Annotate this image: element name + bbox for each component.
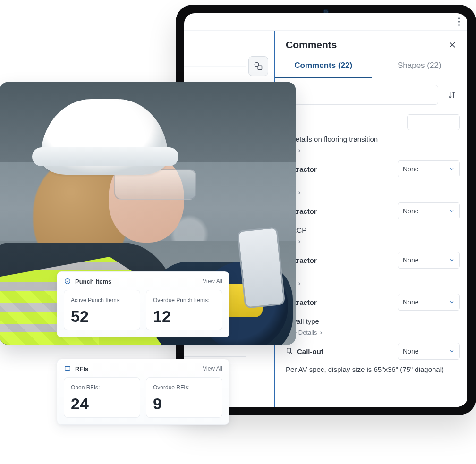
see-details-link[interactable]: ails	[286, 280, 460, 287]
close-icon	[448, 41, 457, 49]
stat-tile[interactable]: Open RFIs: 24	[64, 377, 140, 418]
comment-item[interactable]: ails ontractor None e wall type	[275, 273, 460, 378]
tile-value: 52	[71, 308, 133, 324]
stat-tile[interactable]: Overdue Punch Items: 12	[146, 290, 222, 330]
comment-item[interactable]: e details on flooring transition ails on…	[275, 111, 460, 182]
tile-value: 24	[71, 396, 133, 412]
assignee-select[interactable]: None	[398, 343, 460, 360]
chevron-right-icon	[297, 281, 302, 286]
svg-rect-2	[287, 348, 291, 352]
tab-comments[interactable]: Comments (22)	[275, 55, 372, 77]
see-details-link[interactable]: ails	[286, 238, 460, 245]
comment-item[interactable]: ails ontractor None e RCP	[275, 182, 460, 273]
comment-text: e wall type	[286, 317, 460, 325]
comments-panel: Comments Comments (22) Shapes (22)	[274, 31, 468, 407]
comment-text: e details on flooring transition	[286, 135, 460, 143]
assignee-select[interactable]: None	[398, 160, 460, 177]
see-details-link[interactable]: See Details	[286, 329, 460, 336]
stat-tile[interactable]: Overdue RFIs: 9	[146, 377, 222, 418]
tile-label: Open RFIs:	[71, 384, 133, 391]
chevron-down-icon	[449, 166, 455, 172]
callout-label: Call-out	[286, 347, 323, 355]
comment-text: e RCP	[286, 226, 460, 234]
view-all-link[interactable]: View All	[203, 365, 222, 372]
callout-icon	[286, 347, 293, 355]
chevron-right-icon	[297, 148, 302, 153]
tile-value: 12	[153, 308, 215, 324]
close-button[interactable]	[446, 38, 459, 51]
search-input[interactable]: Search	[283, 85, 438, 105]
rfi-icon	[64, 365, 71, 372]
ipad-topbar	[184, 13, 468, 31]
view-all-link[interactable]: View All	[203, 278, 222, 285]
callout-body: Per AV spec, display size is 65"x36" (75…	[286, 365, 460, 373]
tile-label: Overdue Punch Items:	[153, 297, 215, 304]
chevron-right-icon	[297, 190, 302, 195]
shapes-icon	[254, 61, 263, 71]
status-pill[interactable]	[407, 114, 460, 130]
chevron-down-icon	[449, 208, 455, 214]
assignee-select[interactable]: None	[398, 252, 460, 269]
card-title: RFIs	[64, 365, 88, 372]
chevron-right-icon	[297, 239, 302, 244]
sort-icon	[447, 90, 457, 100]
card-title: Punch Items	[64, 278, 111, 285]
tab-shapes[interactable]: Shapes (22)	[372, 55, 468, 77]
assignee-select[interactable]: None	[398, 294, 460, 311]
see-details-link[interactable]: ails	[286, 147, 460, 154]
rfis-card: RFIs View All Open RFIs: 24 Overdue RFIs…	[57, 359, 230, 425]
tile-label: Active Punch Items:	[71, 297, 133, 304]
chevron-down-icon	[449, 257, 455, 263]
shapes-tool-button[interactable]	[248, 56, 268, 76]
panel-tabs: Comments (22) Shapes (22)	[275, 55, 468, 78]
stat-tile[interactable]: Active Punch Items: 52	[64, 290, 140, 330]
panel-title: Comments	[286, 39, 337, 51]
chevron-right-icon	[319, 330, 323, 335]
more-menu-icon[interactable]	[455, 15, 463, 29]
svg-rect-4	[65, 366, 70, 370]
punch-items-card: Punch Items View All Active Punch Items:…	[57, 271, 230, 337]
tile-value: 9	[153, 396, 215, 412]
sort-button[interactable]	[444, 85, 460, 104]
assignee-select[interactable]: None	[398, 202, 460, 219]
see-details-link[interactable]: ails	[286, 189, 460, 196]
chevron-down-icon	[449, 348, 455, 354]
svg-rect-1	[258, 66, 262, 69]
tab-underline	[275, 77, 372, 78]
chevron-down-icon	[449, 299, 455, 305]
punch-icon	[64, 278, 71, 285]
comment-list[interactable]: e details on flooring transition ails on…	[275, 111, 468, 407]
tile-label: Overdue RFIs:	[153, 384, 215, 391]
